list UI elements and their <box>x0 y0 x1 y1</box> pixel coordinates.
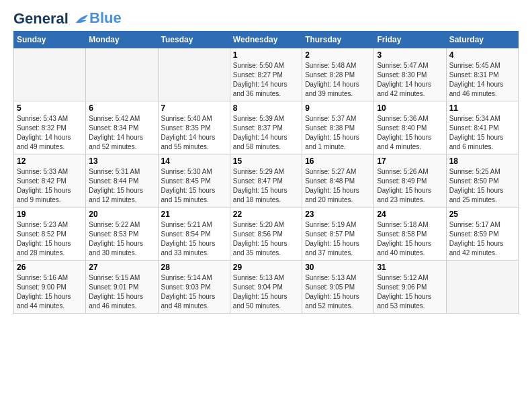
day-number: 8 <box>233 103 299 113</box>
week-row-2: 5Sunrise: 5:43 AM Sunset: 8:32 PM Daylig… <box>14 101 519 154</box>
day-number: 22 <box>233 210 299 219</box>
day-cell: 9Sunrise: 5:37 AM Sunset: 8:38 PM Daylig… <box>302 101 374 154</box>
week-row-3: 12Sunrise: 5:33 AM Sunset: 8:42 PM Dayli… <box>14 154 519 208</box>
day-number: 1 <box>233 50 299 60</box>
day-number: 30 <box>305 263 371 272</box>
day-info: Sunrise: 5:27 AM Sunset: 8:48 PM Dayligh… <box>305 167 371 205</box>
day-cell: 18Sunrise: 5:25 AM Sunset: 8:50 PM Dayli… <box>446 154 518 208</box>
day-info: Sunrise: 5:43 AM Sunset: 8:32 PM Dayligh… <box>17 114 83 152</box>
day-info: Sunrise: 5:26 AM Sunset: 8:49 PM Dayligh… <box>377 167 443 205</box>
day-info: Sunrise: 5:29 AM Sunset: 8:47 PM Dayligh… <box>233 167 299 205</box>
day-number: 7 <box>161 103 227 113</box>
day-number: 2 <box>305 50 371 60</box>
day-info: Sunrise: 5:14 AM Sunset: 9:03 PM Dayligh… <box>161 273 227 311</box>
day-number: 19 <box>17 210 83 219</box>
day-cell <box>14 48 86 101</box>
logo-blue: Blue <box>89 9 122 26</box>
week-row-4: 19Sunrise: 5:23 AM Sunset: 8:52 PM Dayli… <box>14 208 519 261</box>
day-cell: 16Sunrise: 5:27 AM Sunset: 8:48 PM Dayli… <box>302 154 374 208</box>
day-cell: 10Sunrise: 5:36 AM Sunset: 8:40 PM Dayli… <box>374 101 446 154</box>
day-info: Sunrise: 5:33 AM Sunset: 8:42 PM Dayligh… <box>17 167 83 205</box>
week-row-1: 1Sunrise: 5:50 AM Sunset: 8:27 PM Daylig… <box>14 48 519 101</box>
day-info: Sunrise: 5:12 AM Sunset: 9:06 PM Dayligh… <box>377 273 443 311</box>
page: General Blue SundayMondayTuesdayWednesda… <box>0 0 532 322</box>
day-info: Sunrise: 5:31 AM Sunset: 8:44 PM Dayligh… <box>89 167 154 205</box>
day-cell: 13Sunrise: 5:31 AM Sunset: 8:44 PM Dayli… <box>86 154 158 208</box>
logo: General Blue <box>13 11 122 27</box>
day-number: 21 <box>161 210 227 219</box>
day-info: Sunrise: 5:45 AM Sunset: 8:31 PM Dayligh… <box>449 61 515 99</box>
day-info: Sunrise: 5:30 AM Sunset: 8:45 PM Dayligh… <box>161 167 227 205</box>
day-cell: 19Sunrise: 5:23 AM Sunset: 8:52 PM Dayli… <box>14 208 86 261</box>
day-cell: 8Sunrise: 5:39 AM Sunset: 8:37 PM Daylig… <box>230 101 302 154</box>
day-cell: 5Sunrise: 5:43 AM Sunset: 8:32 PM Daylig… <box>14 101 86 154</box>
day-info: Sunrise: 5:22 AM Sunset: 8:53 PM Dayligh… <box>89 220 154 258</box>
day-cell: 17Sunrise: 5:26 AM Sunset: 8:49 PM Dayli… <box>374 154 446 208</box>
day-cell: 6Sunrise: 5:42 AM Sunset: 8:34 PM Daylig… <box>86 101 158 154</box>
weekday-header-tuesday: Tuesday <box>158 32 230 48</box>
day-cell: 22Sunrise: 5:20 AM Sunset: 8:56 PM Dayli… <box>230 208 302 261</box>
day-info: Sunrise: 5:18 AM Sunset: 8:58 PM Dayligh… <box>377 220 443 258</box>
day-cell: 27Sunrise: 5:15 AM Sunset: 9:01 PM Dayli… <box>86 261 158 314</box>
day-info: Sunrise: 5:37 AM Sunset: 8:38 PM Dayligh… <box>305 114 371 152</box>
day-number: 9 <box>305 103 371 113</box>
day-number: 29 <box>233 263 299 272</box>
day-info: Sunrise: 5:19 AM Sunset: 8:57 PM Dayligh… <box>305 220 371 258</box>
day-info: Sunrise: 5:36 AM Sunset: 8:40 PM Dayligh… <box>377 114 443 152</box>
day-number: 24 <box>377 210 443 219</box>
day-cell: 15Sunrise: 5:29 AM Sunset: 8:47 PM Dayli… <box>230 154 302 208</box>
calendar: SundayMondayTuesdayWednesdayThursdayFrid… <box>13 31 519 314</box>
weekday-header-monday: Monday <box>86 32 158 48</box>
day-cell: 2Sunrise: 5:48 AM Sunset: 8:28 PM Daylig… <box>302 48 374 101</box>
day-number: 27 <box>89 263 154 272</box>
day-cell: 26Sunrise: 5:16 AM Sunset: 9:00 PM Dayli… <box>14 261 86 314</box>
logo-general: General <box>13 10 69 27</box>
header: General Blue <box>13 11 519 27</box>
day-info: Sunrise: 5:50 AM Sunset: 8:27 PM Dayligh… <box>233 61 299 99</box>
day-cell: 3Sunrise: 5:47 AM Sunset: 8:30 PM Daylig… <box>374 48 446 101</box>
weekday-header-friday: Friday <box>374 32 446 48</box>
day-cell: 24Sunrise: 5:18 AM Sunset: 8:58 PM Dayli… <box>374 208 446 261</box>
day-info: Sunrise: 5:17 AM Sunset: 8:59 PM Dayligh… <box>449 220 515 258</box>
day-number: 13 <box>89 156 154 166</box>
day-number: 18 <box>449 156 515 166</box>
day-cell: 23Sunrise: 5:19 AM Sunset: 8:57 PM Dayli… <box>302 208 374 261</box>
day-cell <box>86 48 158 101</box>
day-cell: 21Sunrise: 5:21 AM Sunset: 8:54 PM Dayli… <box>158 208 230 261</box>
day-number: 12 <box>17 156 83 166</box>
day-number: 10 <box>377 103 443 113</box>
day-info: Sunrise: 5:16 AM Sunset: 9:00 PM Dayligh… <box>17 273 83 311</box>
day-info: Sunrise: 5:13 AM Sunset: 9:04 PM Dayligh… <box>233 273 299 311</box>
week-row-5: 26Sunrise: 5:16 AM Sunset: 9:00 PM Dayli… <box>14 261 519 314</box>
day-cell: 28Sunrise: 5:14 AM Sunset: 9:03 PM Dayli… <box>158 261 230 314</box>
day-number: 25 <box>449 210 515 219</box>
day-number: 11 <box>449 103 515 113</box>
day-number: 28 <box>161 263 227 272</box>
day-number: 5 <box>17 103 83 113</box>
day-info: Sunrise: 5:42 AM Sunset: 8:34 PM Dayligh… <box>89 114 154 152</box>
day-cell <box>446 261 518 314</box>
logo-bird-icon <box>75 13 89 26</box>
day-info: Sunrise: 5:40 AM Sunset: 8:35 PM Dayligh… <box>161 114 227 152</box>
day-info: Sunrise: 5:21 AM Sunset: 8:54 PM Dayligh… <box>161 220 227 258</box>
day-info: Sunrise: 5:20 AM Sunset: 8:56 PM Dayligh… <box>233 220 299 258</box>
day-cell <box>158 48 230 101</box>
weekday-header-wednesday: Wednesday <box>230 32 302 48</box>
day-cell: 1Sunrise: 5:50 AM Sunset: 8:27 PM Daylig… <box>230 48 302 101</box>
day-number: 15 <box>233 156 299 166</box>
day-cell: 14Sunrise: 5:30 AM Sunset: 8:45 PM Dayli… <box>158 154 230 208</box>
day-cell: 29Sunrise: 5:13 AM Sunset: 9:04 PM Dayli… <box>230 261 302 314</box>
day-number: 3 <box>377 50 443 60</box>
day-cell: 12Sunrise: 5:33 AM Sunset: 8:42 PM Dayli… <box>14 154 86 208</box>
weekday-header-thursday: Thursday <box>302 32 374 48</box>
day-info: Sunrise: 5:39 AM Sunset: 8:37 PM Dayligh… <box>233 114 299 152</box>
day-number: 20 <box>89 210 154 219</box>
day-info: Sunrise: 5:13 AM Sunset: 9:05 PM Dayligh… <box>305 273 371 311</box>
day-number: 31 <box>377 263 443 272</box>
day-cell: 11Sunrise: 5:34 AM Sunset: 8:41 PM Dayli… <box>446 101 518 154</box>
day-info: Sunrise: 5:25 AM Sunset: 8:50 PM Dayligh… <box>449 167 515 205</box>
day-cell: 4Sunrise: 5:45 AM Sunset: 8:31 PM Daylig… <box>446 48 518 101</box>
day-info: Sunrise: 5:23 AM Sunset: 8:52 PM Dayligh… <box>17 220 83 258</box>
weekday-header-saturday: Saturday <box>446 32 518 48</box>
day-number: 6 <box>89 103 154 113</box>
